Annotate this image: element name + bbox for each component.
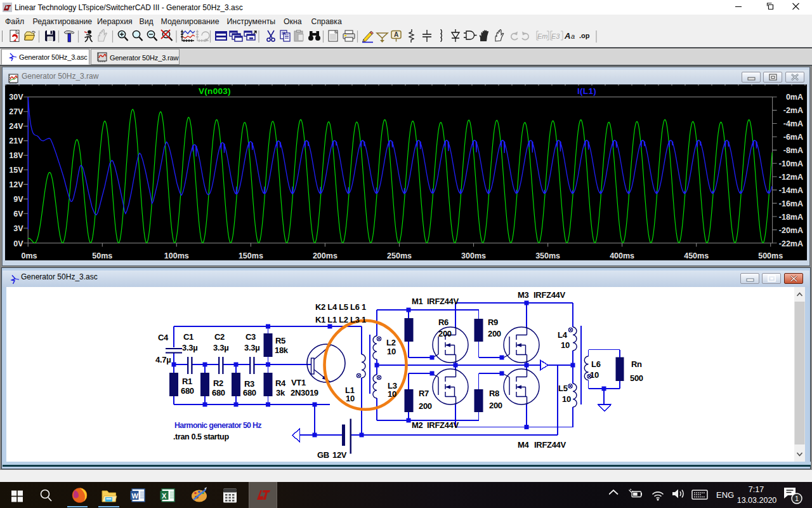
svg-text:3.3µ: 3.3µ [213,343,228,352]
svg-text:500ms: 500ms [758,251,783,260]
svg-text:R3: R3 [244,379,254,389]
svg-text:L6: L6 [591,359,601,369]
svg-text:C4: C4 [158,333,169,342]
svg-text:IRFZ44V: IRFZ44V [534,440,566,450]
svg-text:0V: 0V [13,239,23,248]
svg-text:I(L1): I(L1) [577,86,596,96]
svg-text:250ms: 250ms [387,251,412,260]
svg-text:6V: 6V [13,210,23,218]
svg-text:-22mA: -22mA [779,239,803,248]
svg-text:200: 200 [419,401,432,411]
svg-text:GB: GB [317,450,329,460]
svg-text:E3: E3 [551,32,560,40]
svg-text:500: 500 [630,373,643,383]
svg-text:C2: C2 [214,332,225,342]
svg-text:M1: M1 [412,297,423,306]
svg-text:R2: R2 [213,378,223,388]
svg-text:a: a [571,32,575,40]
svg-text:350ms: 350ms [535,251,560,260]
svg-text:10: 10 [387,347,396,356]
svg-text:-6mA: -6mA [783,133,803,142]
svg-text:-18mA: -18mA [779,213,803,222]
svg-text:K1 L1 L2 L3 1: K1 L1 L2 L3 1 [315,315,366,324]
svg-text:200: 200 [438,329,452,338]
svg-text:200: 200 [489,401,502,410]
svg-text:3k: 3k [276,388,285,398]
svg-text:Em: Em [537,32,548,40]
svg-text:300ms: 300ms [461,251,486,260]
svg-text:13.03.2020: 13.03.2020 [737,496,777,505]
svg-text:A: A [394,31,398,38]
svg-text:10: 10 [562,394,571,404]
svg-text:400ms: 400ms [610,251,634,260]
svg-text:-4mA: -4mA [783,119,803,128]
svg-text:10: 10 [590,370,599,380]
svg-text:R7: R7 [419,389,429,398]
svg-text:-14mA: -14mA [779,186,803,195]
svg-text:18V: 18V [9,151,23,160]
svg-text:Harmonic generator 50 Hz: Harmonic generator 50 Hz [174,421,261,430]
svg-text:VT1: VT1 [291,378,306,387]
svg-text:L4: L4 [558,330,568,340]
svg-text:0ms: 0ms [21,251,37,260]
svg-text:C3: C3 [246,332,256,342]
svg-text:15V: 15V [9,166,23,175]
svg-text:W: W [132,492,139,500]
svg-text:4.7µ: 4.7µ [155,355,171,364]
svg-text:680: 680 [243,388,256,398]
svg-text:R4: R4 [275,378,286,388]
svg-text:Rn: Rn [631,359,642,369]
svg-text:M3: M3 [518,290,529,300]
svg-text:R5: R5 [275,336,285,345]
svg-text:.tran 0.5 startup: .tran 0.5 startup [173,432,229,441]
svg-text:1: 1 [795,495,799,502]
svg-text:IRFZ44V: IRFZ44V [427,420,459,430]
svg-text:24V: 24V [9,122,23,131]
svg-text:2N3019: 2N3019 [291,388,318,398]
svg-text:ENG: ENG [716,490,734,500]
svg-text:-20mA: -20mA [779,226,803,235]
svg-text:L5: L5 [558,384,568,393]
svg-text:3V: 3V [13,224,23,233]
svg-text:10: 10 [346,394,355,403]
svg-text:R9: R9 [488,318,498,327]
svg-text:L2: L2 [386,338,396,347]
svg-text:10: 10 [561,340,570,350]
svg-text:R6: R6 [438,318,449,327]
svg-text:21V: 21V [9,137,23,145]
svg-text:R1: R1 [182,377,192,386]
svg-text:7:17: 7:17 [749,485,764,494]
svg-text:0mA: 0mA [786,93,803,102]
svg-text:450ms: 450ms [684,251,709,260]
svg-text:A: A [564,31,570,41]
svg-text:50ms: 50ms [92,251,112,260]
svg-text:-8mA: -8mA [783,146,803,155]
svg-text:K2 L4 L5 L6 1: K2 L4 L5 L6 1 [315,302,366,312]
svg-text:-2mA: -2mA [783,106,803,115]
svg-text:3.3µ: 3.3µ [182,343,197,352]
svg-text:10: 10 [388,389,396,399]
svg-text:X: X [162,492,167,500]
svg-text:3.3µ: 3.3µ [244,343,259,352]
svg-text:.op: .op [579,32,590,39]
svg-text:C1: C1 [183,332,193,342]
svg-text:-10mA: -10mA [779,159,803,168]
svg-text:12V: 12V [332,450,347,460]
svg-text:100ms: 100ms [164,251,189,260]
svg-text:IRFZ44V: IRFZ44V [534,290,566,300]
svg-text:150ms: 150ms [239,251,263,260]
svg-text:-12mA: -12mA [779,173,803,182]
svg-text:M4: M4 [518,440,530,450]
svg-text:30V: 30V [9,93,23,102]
svg-text:12V: 12V [9,180,23,189]
svg-text:R8: R8 [489,389,499,398]
svg-text:IRFZ44V: IRFZ44V [427,297,459,306]
svg-text:M2: M2 [412,420,423,430]
svg-text:680: 680 [181,386,194,396]
svg-text:-16mA: -16mA [779,199,803,208]
svg-text:18k: 18k [275,345,289,355]
svg-text:9V: 9V [13,195,23,204]
svg-text:V(n003): V(n003) [199,86,231,96]
svg-text:200: 200 [488,329,501,338]
svg-text:27V: 27V [9,107,23,116]
